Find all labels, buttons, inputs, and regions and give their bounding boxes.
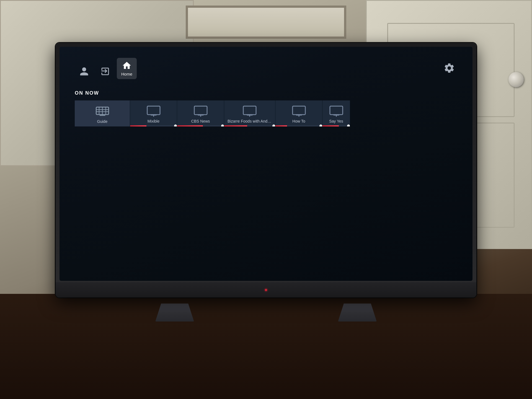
- input-nav-button[interactable]: [96, 64, 115, 79]
- progress-fill-bizarre-foods: [224, 125, 247, 126]
- channel-card-mixible[interactable]: Mixible: [130, 100, 177, 126]
- channel-name-bizarre-foods: Bizarre Foods with Andrew ...: [228, 119, 272, 123]
- guide-label: Guide: [97, 119, 107, 124]
- artwork-frame: [186, 6, 346, 39]
- tv-icon-bizarre-foods: [242, 106, 257, 117]
- channel-name-cbs-news: CBS News: [191, 119, 210, 123]
- on-now-section-title: ON NOW: [75, 90, 457, 96]
- input-icon: [100, 66, 110, 76]
- tv-shell: Home ON NOW: [56, 43, 476, 297]
- channel-card-say-yes[interactable]: Say Yes: [322, 100, 350, 126]
- channel-name-how-to: How To: [292, 119, 305, 123]
- progress-bar-say-yes: [322, 125, 350, 126]
- guide-card-inner: Guide: [95, 105, 110, 124]
- stand-leg-right: [338, 304, 377, 322]
- settings-button[interactable]: [441, 60, 457, 77]
- home-icon: [122, 61, 132, 71]
- progress-dot-say-yes: [347, 125, 350, 126]
- doorknob: [508, 72, 524, 87]
- svg-rect-19: [330, 106, 342, 115]
- nav-left: Home: [75, 58, 137, 79]
- progress-dot-cbs-news: [221, 125, 224, 126]
- tv-led: [265, 289, 267, 291]
- guide-card[interactable]: Guide: [75, 100, 130, 126]
- tv-icon-cbs-news: [193, 106, 208, 117]
- channels-row: Guide Mixible: [75, 100, 457, 126]
- channel-name-mixible: Mixible: [148, 119, 160, 123]
- svg-rect-13: [243, 106, 256, 115]
- tv-icon-mixible: [146, 106, 161, 117]
- channel-card-cbs-news[interactable]: CBS News: [177, 100, 224, 126]
- svg-rect-10: [194, 106, 207, 115]
- progress-bar-mixible: [130, 125, 177, 126]
- stand-leg-left: [155, 304, 194, 322]
- channel-card-how-to[interactable]: How To: [275, 100, 322, 126]
- home-nav-button[interactable]: Home: [117, 58, 137, 79]
- tv-icon-say-yes: [329, 106, 344, 117]
- progress-dot-bizarre-foods: [272, 125, 275, 126]
- progress-bar-bizarre-foods: [224, 125, 275, 126]
- progress-fill-cbs-news: [177, 125, 203, 126]
- svg-rect-7: [147, 106, 160, 115]
- home-nav-label: Home: [121, 72, 132, 76]
- progress-bar-how-to: [275, 125, 322, 126]
- progress-fill-mixible: [130, 125, 146, 126]
- progress-dot-mixible: [174, 125, 177, 126]
- svg-rect-16: [292, 106, 305, 115]
- progress-bar-cbs-news: [177, 125, 224, 126]
- progress-fill-say-yes: [322, 125, 339, 126]
- guide-tv-icon: [95, 105, 110, 117]
- gear-icon: [443, 62, 455, 74]
- progress-fill-how-to: [275, 125, 287, 126]
- channel-card-bizarre-foods[interactable]: Bizarre Foods with Andrew ...: [224, 100, 275, 126]
- screen-ui: Home ON NOW: [60, 47, 472, 281]
- channel-name-say-yes: Say Yes: [329, 119, 343, 123]
- profile-nav-button[interactable]: [75, 64, 94, 79]
- progress-dot-how-to: [319, 125, 322, 126]
- tv-stand: [155, 302, 377, 322]
- tv-screen: Home ON NOW: [60, 47, 472, 281]
- top-nav: Home: [75, 58, 457, 79]
- tv-icon-how-to: [292, 106, 306, 117]
- person-icon: [79, 66, 89, 76]
- tv-bezel-bottom: [56, 282, 476, 297]
